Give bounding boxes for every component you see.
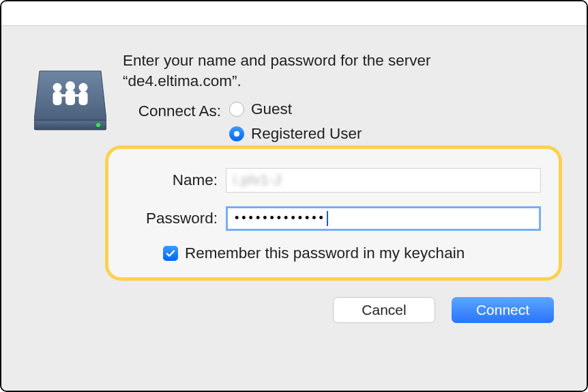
radio-registered-label: Registered User: [251, 125, 362, 143]
titlebar-spacer: [1, 1, 587, 26]
password-label: Password:: [126, 210, 226, 227]
svg-point-2: [65, 81, 75, 91]
name-input[interactable]: i.plv1-J: [226, 168, 541, 193]
checkbox-checked-icon: [163, 246, 178, 261]
radio-guest-label: Guest: [251, 100, 292, 118]
radio-icon: [229, 102, 244, 117]
cancel-button[interactable]: Cancel: [333, 297, 435, 323]
password-input[interactable]: •••••••••••••: [226, 206, 541, 231]
name-value-blurred: i.plv1-J: [233, 172, 282, 188]
credentials-highlight: Name: i.plv1-J Password: •••••••••••••: [105, 145, 562, 281]
remember-checkbox-row[interactable]: Remember this password in my keychain: [163, 244, 541, 262]
server-drive-icon: [34, 51, 106, 132]
dialog-window: Enter your name and password for the ser…: [0, 0, 588, 392]
svg-rect-0: [34, 120, 106, 130]
svg-point-4: [53, 83, 62, 92]
radio-guest[interactable]: Guest: [229, 100, 362, 118]
svg-point-1: [96, 123, 100, 127]
svg-rect-7: [79, 92, 88, 105]
radio-icon-selected: [229, 126, 244, 141]
svg-rect-5: [53, 92, 62, 105]
connect-as-radio-group: Guest Registered User: [229, 100, 362, 143]
dialog-body: Enter your name and password for the ser…: [1, 26, 587, 391]
svg-rect-8: [60, 94, 68, 97]
svg-point-6: [79, 83, 88, 92]
text-caret: [327, 211, 328, 226]
remember-label: Remember this password in my keychain: [185, 244, 465, 262]
svg-rect-9: [72, 94, 80, 97]
button-row: Cancel Connect: [34, 297, 554, 323]
connect-button[interactable]: Connect: [452, 297, 554, 323]
name-label: Name:: [126, 171, 226, 189]
password-value: •••••••••••••: [235, 211, 326, 225]
prompt-text: Enter your name and password for the ser…: [123, 51, 565, 92]
connect-as-label: Connect As:: [123, 100, 221, 120]
svg-rect-3: [65, 90, 75, 105]
radio-registered-user[interactable]: Registered User: [229, 125, 362, 143]
